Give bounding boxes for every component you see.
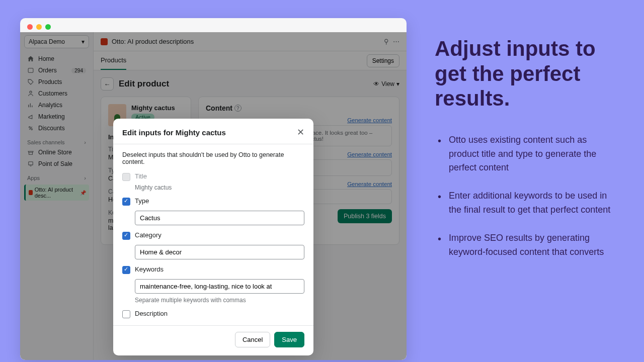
title-checkbox [122,173,130,181]
minimize-window-icon[interactable] [36,24,42,30]
category-check-label: Category [135,231,304,239]
title-sub: Mighty cactus [135,184,304,191]
promo-bullet: Enter additional keywords to be used in … [435,189,619,217]
description-checkbox[interactable] [122,310,130,318]
edit-inputs-modal: Edit inputs for Mighty cactus ✕ Deselect… [113,119,313,355]
type-checkbox[interactable] [122,198,130,206]
type-input[interactable] [135,211,304,225]
modal-subtext: Deselect inputs that shouldn't be used b… [122,151,304,165]
cancel-button[interactable]: Cancel [235,332,270,347]
promo-panel: Adjust inputs to get the perfect results… [407,0,644,362]
keywords-check-label: Keywords [135,265,304,273]
promo-bullet: Otto uses existing content such as produ… [435,133,619,175]
type-check-label: Type [135,197,304,205]
category-checkbox[interactable] [122,232,130,240]
window-controls [27,24,51,30]
keywords-checkbox[interactable] [122,266,130,274]
promo-bullet: Improve SEO results by generating keywor… [435,231,619,259]
maximize-window-icon[interactable] [45,24,51,30]
keywords-help: Separate multiple keywords with commas [135,297,304,304]
description-check-label: Description [135,310,304,317]
category-input[interactable] [135,245,304,259]
close-window-icon[interactable] [27,24,33,30]
modal-title: Edit inputs for Mighty cactus [122,128,226,137]
app-window: Alpaca Demo ▾ Home Orders294 Products Cu… [20,18,407,360]
keywords-input[interactable] [135,279,304,294]
close-icon[interactable]: ✕ [297,127,304,138]
save-button[interactable]: Save [274,332,304,347]
title-check-label: Title [135,172,304,180]
promo-heading: Adjust inputs to get the perfect results… [435,36,619,111]
